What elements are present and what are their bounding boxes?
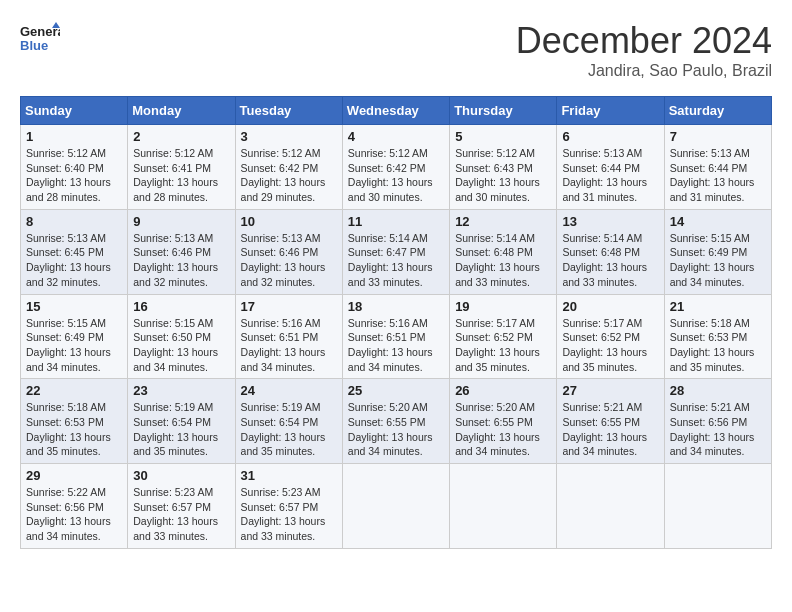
day-number: 5 [455, 129, 551, 144]
calendar-cell [664, 464, 771, 549]
calendar-cell: 31 Sunrise: 5:23 AM Sunset: 6:57 PM Dayl… [235, 464, 342, 549]
page-header: General Blue December 2024 Jandira, Sao … [20, 20, 772, 80]
logo: General Blue [20, 20, 60, 56]
calendar-cell: 18 Sunrise: 5:16 AM Sunset: 6:51 PM Dayl… [342, 294, 449, 379]
day-number: 1 [26, 129, 122, 144]
day-number: 14 [670, 214, 766, 229]
day-of-week-header: Saturday [664, 97, 771, 125]
calendar-cell: 22 Sunrise: 5:18 AM Sunset: 6:53 PM Dayl… [21, 379, 128, 464]
day-info: Sunrise: 5:14 AM Sunset: 6:48 PM Dayligh… [455, 231, 551, 290]
day-number: 27 [562, 383, 658, 398]
calendar-header-row: SundayMondayTuesdayWednesdayThursdayFrid… [21, 97, 772, 125]
day-info: Sunrise: 5:12 AM Sunset: 6:43 PM Dayligh… [455, 146, 551, 205]
day-number: 23 [133, 383, 229, 398]
day-of-week-header: Wednesday [342, 97, 449, 125]
day-number: 16 [133, 299, 229, 314]
svg-text:Blue: Blue [20, 38, 48, 53]
calendar-cell: 9 Sunrise: 5:13 AM Sunset: 6:46 PM Dayli… [128, 209, 235, 294]
day-number: 30 [133, 468, 229, 483]
calendar-cell: 7 Sunrise: 5:13 AM Sunset: 6:44 PM Dayli… [664, 125, 771, 210]
day-number: 31 [241, 468, 337, 483]
day-number: 2 [133, 129, 229, 144]
day-of-week-header: Friday [557, 97, 664, 125]
day-info: Sunrise: 5:16 AM Sunset: 6:51 PM Dayligh… [348, 316, 444, 375]
day-info: Sunrise: 5:12 AM Sunset: 6:42 PM Dayligh… [241, 146, 337, 205]
day-info: Sunrise: 5:14 AM Sunset: 6:48 PM Dayligh… [562, 231, 658, 290]
day-number: 9 [133, 214, 229, 229]
day-info: Sunrise: 5:19 AM Sunset: 6:54 PM Dayligh… [241, 400, 337, 459]
day-info: Sunrise: 5:13 AM Sunset: 6:46 PM Dayligh… [133, 231, 229, 290]
day-info: Sunrise: 5:17 AM Sunset: 6:52 PM Dayligh… [455, 316, 551, 375]
day-of-week-header: Monday [128, 97, 235, 125]
calendar-cell: 17 Sunrise: 5:16 AM Sunset: 6:51 PM Dayl… [235, 294, 342, 379]
day-info: Sunrise: 5:18 AM Sunset: 6:53 PM Dayligh… [26, 400, 122, 459]
day-info: Sunrise: 5:23 AM Sunset: 6:57 PM Dayligh… [241, 485, 337, 544]
calendar-cell: 3 Sunrise: 5:12 AM Sunset: 6:42 PM Dayli… [235, 125, 342, 210]
calendar-cell: 5 Sunrise: 5:12 AM Sunset: 6:43 PM Dayli… [450, 125, 557, 210]
day-of-week-header: Thursday [450, 97, 557, 125]
day-number: 19 [455, 299, 551, 314]
day-number: 21 [670, 299, 766, 314]
day-number: 25 [348, 383, 444, 398]
calendar-cell: 23 Sunrise: 5:19 AM Sunset: 6:54 PM Dayl… [128, 379, 235, 464]
calendar-cell: 25 Sunrise: 5:20 AM Sunset: 6:55 PM Dayl… [342, 379, 449, 464]
calendar-cell: 16 Sunrise: 5:15 AM Sunset: 6:50 PM Dayl… [128, 294, 235, 379]
day-number: 22 [26, 383, 122, 398]
day-number: 6 [562, 129, 658, 144]
calendar-cell: 1 Sunrise: 5:12 AM Sunset: 6:40 PM Dayli… [21, 125, 128, 210]
day-info: Sunrise: 5:13 AM Sunset: 6:44 PM Dayligh… [670, 146, 766, 205]
logo-icon: General Blue [20, 20, 60, 56]
calendar-cell: 19 Sunrise: 5:17 AM Sunset: 6:52 PM Dayl… [450, 294, 557, 379]
calendar-cell: 4 Sunrise: 5:12 AM Sunset: 6:42 PM Dayli… [342, 125, 449, 210]
day-number: 4 [348, 129, 444, 144]
calendar-cell [450, 464, 557, 549]
day-info: Sunrise: 5:21 AM Sunset: 6:55 PM Dayligh… [562, 400, 658, 459]
day-info: Sunrise: 5:13 AM Sunset: 6:45 PM Dayligh… [26, 231, 122, 290]
calendar-cell: 12 Sunrise: 5:14 AM Sunset: 6:48 PM Dayl… [450, 209, 557, 294]
day-number: 8 [26, 214, 122, 229]
day-info: Sunrise: 5:13 AM Sunset: 6:44 PM Dayligh… [562, 146, 658, 205]
calendar-cell [557, 464, 664, 549]
day-info: Sunrise: 5:15 AM Sunset: 6:49 PM Dayligh… [670, 231, 766, 290]
calendar-cell [342, 464, 449, 549]
day-number: 7 [670, 129, 766, 144]
day-info: Sunrise: 5:23 AM Sunset: 6:57 PM Dayligh… [133, 485, 229, 544]
calendar-cell: 30 Sunrise: 5:23 AM Sunset: 6:57 PM Dayl… [128, 464, 235, 549]
day-number: 11 [348, 214, 444, 229]
calendar-cell: 8 Sunrise: 5:13 AM Sunset: 6:45 PM Dayli… [21, 209, 128, 294]
day-info: Sunrise: 5:22 AM Sunset: 6:56 PM Dayligh… [26, 485, 122, 544]
day-number: 18 [348, 299, 444, 314]
day-number: 20 [562, 299, 658, 314]
day-number: 29 [26, 468, 122, 483]
day-info: Sunrise: 5:17 AM Sunset: 6:52 PM Dayligh… [562, 316, 658, 375]
month-year: December 2024 [516, 20, 772, 62]
day-info: Sunrise: 5:15 AM Sunset: 6:50 PM Dayligh… [133, 316, 229, 375]
day-of-week-header: Sunday [21, 97, 128, 125]
calendar-cell: 15 Sunrise: 5:15 AM Sunset: 6:49 PM Dayl… [21, 294, 128, 379]
calendar-cell: 28 Sunrise: 5:21 AM Sunset: 6:56 PM Dayl… [664, 379, 771, 464]
day-number: 24 [241, 383, 337, 398]
day-number: 17 [241, 299, 337, 314]
day-number: 3 [241, 129, 337, 144]
calendar-cell: 29 Sunrise: 5:22 AM Sunset: 6:56 PM Dayl… [21, 464, 128, 549]
calendar-cell: 10 Sunrise: 5:13 AM Sunset: 6:46 PM Dayl… [235, 209, 342, 294]
day-info: Sunrise: 5:21 AM Sunset: 6:56 PM Dayligh… [670, 400, 766, 459]
calendar-cell: 27 Sunrise: 5:21 AM Sunset: 6:55 PM Dayl… [557, 379, 664, 464]
day-info: Sunrise: 5:12 AM Sunset: 6:41 PM Dayligh… [133, 146, 229, 205]
day-number: 26 [455, 383, 551, 398]
day-info: Sunrise: 5:19 AM Sunset: 6:54 PM Dayligh… [133, 400, 229, 459]
calendar-week-row: 29 Sunrise: 5:22 AM Sunset: 6:56 PM Dayl… [21, 464, 772, 549]
day-number: 13 [562, 214, 658, 229]
calendar-week-row: 1 Sunrise: 5:12 AM Sunset: 6:40 PM Dayli… [21, 125, 772, 210]
day-number: 12 [455, 214, 551, 229]
calendar-week-row: 22 Sunrise: 5:18 AM Sunset: 6:53 PM Dayl… [21, 379, 772, 464]
title-block: December 2024 Jandira, Sao Paulo, Brazil [516, 20, 772, 80]
calendar-cell: 2 Sunrise: 5:12 AM Sunset: 6:41 PM Dayli… [128, 125, 235, 210]
calendar-cell: 20 Sunrise: 5:17 AM Sunset: 6:52 PM Dayl… [557, 294, 664, 379]
day-number: 10 [241, 214, 337, 229]
calendar-cell: 14 Sunrise: 5:15 AM Sunset: 6:49 PM Dayl… [664, 209, 771, 294]
day-info: Sunrise: 5:12 AM Sunset: 6:40 PM Dayligh… [26, 146, 122, 205]
day-info: Sunrise: 5:12 AM Sunset: 6:42 PM Dayligh… [348, 146, 444, 205]
day-number: 15 [26, 299, 122, 314]
location: Jandira, Sao Paulo, Brazil [516, 62, 772, 80]
